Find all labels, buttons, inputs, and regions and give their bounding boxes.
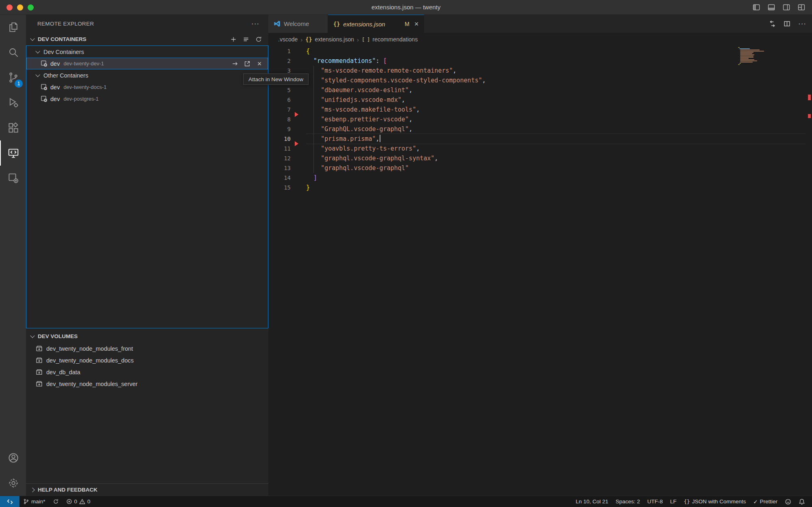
- container-row-dev-postgres-1[interactable]: devdev-postgres-1: [26, 93, 268, 105]
- indentation-status[interactable]: Spaces: 2: [612, 496, 644, 507]
- customize-layout-icon[interactable]: [797, 3, 806, 11]
- encoding-status[interactable]: UTF-8: [644, 496, 666, 507]
- activity-extensions-icon[interactable]: [0, 115, 26, 140]
- tab-welcome[interactable]: Welcome: [268, 15, 328, 33]
- sidebar-remote-explorer: REMOTE EXPLORER ··· DEV CONTAINERS Dev C…: [26, 15, 268, 496]
- code-line-15[interactable]: 15}: [268, 183, 812, 192]
- container-row-dev-twenty-docs-1[interactable]: devdev-twenty-docs-1: [26, 81, 268, 93]
- code-line-3[interactable]: 3 "ms-vscode-remote.remote-containers",: [268, 66, 812, 76]
- section-header-help-and-feedback[interactable]: HELP AND FEEDBACK: [26, 483, 268, 496]
- remote-indicator-icon[interactable]: [0, 496, 19, 507]
- notifications-bell-icon[interactable]: [795, 496, 809, 507]
- section-header-dev-volumes[interactable]: DEV VOLUMES: [26, 330, 268, 343]
- zoom-window-button[interactable]: [28, 4, 34, 11]
- activity-remote-explorer-icon[interactable]: [0, 140, 26, 166]
- eol-status[interactable]: LF: [667, 496, 680, 507]
- code-line-9[interactable]: 9 "GraphQL.vscode-graphql",: [268, 124, 812, 134]
- settings-gear-icon[interactable]: [0, 470, 26, 496]
- code-line-1[interactable]: 1{: [268, 46, 812, 56]
- tab-extensions-json[interactable]: {} extensions.json M ×: [328, 15, 424, 33]
- code-text: "prisma.prisma",: [306, 134, 380, 144]
- chevron-down-icon: [35, 49, 40, 53]
- minimap[interactable]: [738, 47, 767, 65]
- line-number[interactable]: 12: [268, 153, 291, 163]
- gutter-glyph-margin: [291, 173, 306, 183]
- code-line-4[interactable]: 4 "styled-components.vscode-styled-compo…: [268, 76, 812, 85]
- attach-current-window-icon[interactable]: [231, 60, 239, 67]
- tree-group-dev-containers[interactable]: Dev Containers: [26, 46, 268, 58]
- line-number[interactable]: 11: [268, 144, 291, 153]
- code-line-11[interactable]: 11 "yoavbls.pretty-ts-errors",: [268, 144, 812, 153]
- line-number[interactable]: 5: [268, 85, 291, 95]
- line-number[interactable]: 13: [268, 163, 291, 173]
- section-header-dev-containers[interactable]: DEV CONTAINERS: [26, 33, 268, 45]
- toggle-panel-icon[interactable]: [767, 3, 775, 11]
- git-branch-status[interactable]: main*: [19, 496, 49, 507]
- code-line-7[interactable]: 7 "ms-vscode.makefile-tools",: [268, 105, 812, 114]
- activity-bar: 1: [0, 15, 26, 496]
- breadcrumb-file[interactable]: extensions.json: [315, 36, 354, 43]
- toggle-secondary-sidebar-icon[interactable]: [782, 3, 790, 11]
- code-line-10[interactable]: 10 "prisma.prisma",: [268, 134, 812, 144]
- volume-row-dev-db-data[interactable]: dev_db_data: [26, 366, 268, 378]
- breadcrumb-symbol[interactable]: recommendations: [373, 36, 418, 43]
- tree-group-other-containers[interactable]: Other Containers: [26, 69, 268, 81]
- container-row-dev-twenty-dev-1[interactable]: devdev-twenty-dev-1×: [26, 58, 268, 69]
- activity-explorer-icon[interactable]: [0, 15, 26, 40]
- minimap-line: [740, 59, 754, 60]
- feedback-icon[interactable]: [781, 496, 795, 507]
- code-line-14[interactable]: 14 ]: [268, 173, 812, 183]
- line-number[interactable]: 8: [268, 114, 291, 124]
- volume-row-dev-twenty-node-modules-front[interactable]: dev_twenty_node_modules_front: [26, 343, 268, 354]
- minimap-line: [740, 62, 753, 63]
- split-editor-icon[interactable]: [784, 20, 790, 27]
- code-line-12[interactable]: 12 "graphql.vscode-graphql-syntax",: [268, 153, 812, 163]
- stop-container-icon[interactable]: ×: [256, 60, 263, 67]
- line-number[interactable]: 1: [268, 46, 291, 56]
- formatter-status[interactable]: ✓ Prettier: [749, 496, 781, 507]
- code-text: "graphql.vscode-graphql-syntax",: [306, 153, 438, 163]
- breadcrumb-folder[interactable]: .vscode: [278, 36, 298, 43]
- chevron-down-icon: [35, 72, 40, 77]
- code-line-6[interactable]: 6 "unifiedjs.vscode-mdx",: [268, 95, 812, 105]
- activity-source-control-icon[interactable]: 1: [0, 65, 26, 90]
- line-number[interactable]: 15: [268, 183, 291, 192]
- line-number[interactable]: 7: [268, 105, 291, 114]
- minimize-window-button[interactable]: [17, 4, 23, 11]
- toggle-primary-sidebar-icon[interactable]: [752, 3, 760, 11]
- chevron-down-icon: [30, 36, 35, 41]
- volume-row-dev-twenty-node-modules-docs[interactable]: dev_twenty_node_modules_docs: [26, 354, 268, 366]
- code-line-13[interactable]: 13 "graphql.vscode-graphql": [268, 163, 812, 173]
- line-number[interactable]: 6: [268, 95, 291, 105]
- sync-changes-button[interactable]: [49, 496, 63, 507]
- filter-list-icon[interactable]: [243, 36, 249, 43]
- activity-search-icon[interactable]: [0, 40, 26, 65]
- volume-row-dev-twenty-node-modules-server[interactable]: dev_twenty_node_modules_server: [26, 378, 268, 390]
- editor-more-actions-icon[interactable]: ···: [798, 20, 806, 28]
- close-tab-icon[interactable]: ×: [414, 20, 419, 28]
- cursor-position-status[interactable]: Ln 10, Col 21: [572, 496, 612, 507]
- account-icon[interactable]: [0, 445, 26, 470]
- problems-status[interactable]: 0 0: [63, 496, 94, 507]
- dev-volumes-section: DEV VOLUMES dev_twenty_node_modules_fron…: [26, 330, 268, 390]
- gutter-glyph-margin: [291, 153, 306, 163]
- language-mode-status[interactable]: {} JSON with Comments: [680, 496, 749, 507]
- line-number[interactable]: 14: [268, 173, 291, 183]
- activity-dev-containers-icon[interactable]: [0, 166, 26, 191]
- new-dev-container-icon[interactable]: [230, 36, 237, 43]
- close-window-button[interactable]: [6, 4, 13, 11]
- code-editor[interactable]: 1{2 "recommendations": [3 "ms-vscode-rem…: [268, 46, 812, 496]
- code-line-2[interactable]: 2 "recommendations": [: [268, 56, 812, 66]
- open-changes-icon[interactable]: [769, 20, 776, 27]
- overview-ruler-error-mark: [808, 95, 811, 100]
- code-line-5[interactable]: 5 "dbaeumer.vscode-eslint",: [268, 85, 812, 95]
- code-line-8[interactable]: 8 "esbenp.prettier-vscode",: [268, 114, 812, 124]
- breadcrumb: .vscode › {} extensions.json › [ ] recom…: [268, 33, 812, 46]
- refresh-icon[interactable]: [255, 36, 262, 43]
- line-number[interactable]: 10: [268, 134, 291, 144]
- activity-run-debug-icon[interactable]: [0, 90, 26, 115]
- sidebar-more-actions-icon[interactable]: ···: [251, 20, 259, 28]
- line-number[interactable]: 2: [268, 56, 291, 66]
- line-number[interactable]: 9: [268, 124, 291, 134]
- attach-new-window-icon[interactable]: [244, 60, 251, 67]
